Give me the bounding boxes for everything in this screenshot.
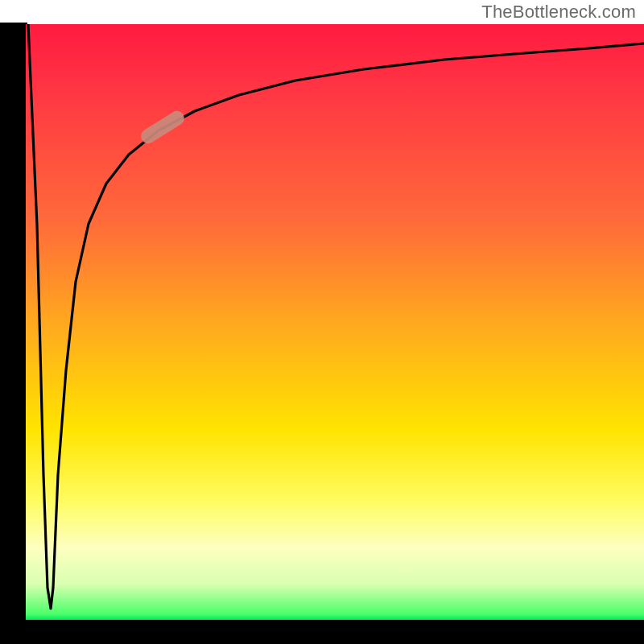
highlight-pill (138, 108, 187, 146)
watermark-text: TheBottleneck.com (481, 2, 636, 23)
svg-rect-0 (138, 108, 187, 146)
chart-root: TheBottleneck.com (0, 0, 644, 644)
curve-layer (26, 24, 644, 620)
bottleneck-curve (28, 24, 644, 609)
x-axis-bar (0, 620, 644, 644)
y-axis-bar (0, 23, 27, 621)
plot-area (26, 24, 644, 620)
